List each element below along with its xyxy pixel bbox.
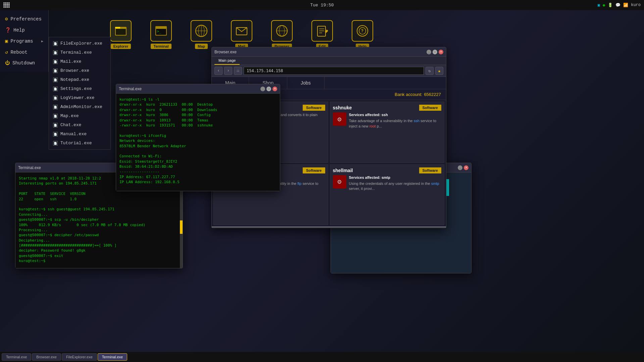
sidebar-item-help[interactable]: ❓ Help <box>0 24 48 36</box>
terminal1-maximize[interactable]: □ <box>266 87 271 91</box>
sidebar-programs-label: Programs <box>10 39 33 44</box>
browser-nav-jobs[interactable]: Jobs <box>287 77 325 89</box>
submenu-logviewer[interactable]: 📄 LogViewer.exe <box>49 93 110 102</box>
shellmail-icon: ⚙ <box>333 175 346 189</box>
reboot-icon: ↺ <box>5 49 8 55</box>
submenu-browser-label: Browser.exe <box>60 68 89 73</box>
browser-refresh-button[interactable]: ↻ <box>426 67 434 75</box>
file-icon4: 📄 <box>53 68 58 73</box>
submenu-map[interactable]: 📄 Map.exe <box>49 111 110 120</box>
svg-rect-1 <box>115 27 120 29</box>
submenu-notepad-label: Notepad.exe <box>60 77 89 82</box>
submenu-mail-label: Mail.exe <box>60 59 81 64</box>
browser-controls: _ □ ✕ <box>427 50 443 54</box>
browser-maximize[interactable]: □ <box>433 50 437 54</box>
help-icon: ❓ <box>5 27 11 33</box>
submenu-fileexplorer[interactable]: 📄 FileExplorer.exe <box>49 39 110 48</box>
submenu-tutorial[interactable]: 📄 Tutorial.exe <box>49 139 110 148</box>
decipher-buy-button[interactable]: Software <box>303 105 325 111</box>
submenu-adminmonitor-label: AdminMonitor.exe <box>60 104 102 109</box>
chat-icon: 💬 <box>615 3 621 8</box>
sidebar-shutdown-label: Shutdown <box>12 60 35 66</box>
browser-title: Browser.exe <box>214 50 237 54</box>
sshnuke-name: sshnuke <box>333 105 352 110</box>
shop-item-shellmail-header: shellmail Software <box>333 167 442 173</box>
taskbar-terminal2[interactable]: Terminal.exe <box>98 353 127 361</box>
svg-rect-2 <box>116 29 126 35</box>
file-icon5: 📄 <box>53 77 58 82</box>
fileexplorer-controls: _ ✕ <box>458 165 468 170</box>
sidebar-item-programs[interactable]: ▣ Programs ▶ <box>0 36 48 47</box>
submenu-tutorial-label: Tutorial.exe <box>60 141 92 146</box>
terminal1-close[interactable]: ✕ <box>273 87 277 91</box>
submenu-browser[interactable]: 📄 Browser.exe <box>49 66 110 75</box>
submenu-manual[interactable]: 📄 Manual.exe <box>49 130 110 139</box>
ftp-buy-button[interactable]: Software <box>303 167 325 173</box>
fileexplorer-close[interactable]: ✕ <box>464 165 468 170</box>
terminal1-controls: _ □ ✕ <box>260 87 277 91</box>
explorer-label: Explorer <box>111 44 131 49</box>
submenu-chat[interactable]: 📄 Chat.exe <box>49 120 110 130</box>
network-icon: ◉ <box>603 3 605 8</box>
sshnuke-icon: ⚙ <box>333 112 346 126</box>
browser-forward-button[interactable]: › <box>224 67 232 75</box>
browser-back-button[interactable]: ‹ <box>214 67 222 75</box>
submenu-settings-label: Settings.exe <box>60 86 92 91</box>
topbar-right: ▣ ◉ 🔋 💬 📶 kuro <box>598 3 641 8</box>
submenu-notepad[interactable]: 📄 Notepad.exe <box>49 75 110 84</box>
taskbar-browser[interactable]: Browser.exe <box>32 353 61 361</box>
sidebar-item-preferences[interactable]: ⚙ Preferences <box>0 13 48 24</box>
browser-icon-img <box>271 20 293 42</box>
shellmail-name: shellmail <box>333 168 353 173</box>
taskbar: Terminal.exe Browser.exe FileExplorer.ex… <box>0 352 644 362</box>
edit-icon-img <box>311 20 333 42</box>
sshnuke-buy-button[interactable]: Software <box>419 105 441 111</box>
submenu-settings[interactable]: 📄 Settings.exe <box>49 84 110 93</box>
sidebar: ⚙ Preferences ❓ Help ▣ Programs ▶ ↺ Rebo… <box>0 10 49 72</box>
browser-minimize[interactable]: _ <box>427 50 431 54</box>
submenu-map-label: Map.exe <box>60 113 79 118</box>
wifi-icon: 📶 <box>623 3 628 8</box>
terminal-icon-img: >_ <box>150 20 172 42</box>
programs-submenu: 📄 FileExplorer.exe 📄 Terminal.exe 📄 Mail… <box>49 37 111 150</box>
sidebar-item-shutdown[interactable]: ⏻ Shutdown <box>0 58 48 68</box>
submenu-adminmonitor[interactable]: 📄 AdminMonitor.exe <box>49 102 110 111</box>
submenu-fileexplorer-label: FileExplorer.exe <box>60 41 102 46</box>
browser-tab-main[interactable]: Main page <box>214 57 240 65</box>
terminal1-minimize[interactable]: _ <box>260 87 265 91</box>
file-icon10: 📄 <box>53 123 58 127</box>
sidebar-item-reboot[interactable]: ↺ Reboot <box>0 47 48 58</box>
terminal1-body[interactable]: kuro@test:~$ ls -l drwxr-xr-x kuro 23621… <box>116 94 280 191</box>
file-icon: 📄 <box>53 41 58 46</box>
apps-icon[interactable] <box>3 2 9 8</box>
file-icon3: 📄 <box>53 59 58 64</box>
desktop-icon-terminal[interactable]: >_ Terminal <box>141 17 181 52</box>
taskbar-fileexplorer[interactable]: FileExplorer.exe <box>62 353 97 361</box>
fileexplorer-minimize[interactable]: _ <box>458 165 462 170</box>
shop-item-sshnuke-header: sshnuke Software <box>333 105 442 111</box>
browser-home-button[interactable]: ⌂ <box>234 67 242 75</box>
browser-toolbar: ‹ › ⌂ ↻ ★ <box>212 65 446 77</box>
browser-url-input[interactable] <box>244 67 424 75</box>
topbar: Tue 19:50 ▣ ◉ 🔋 💬 📶 kuro <box>0 0 644 10</box>
browser-close[interactable]: ✕ <box>439 50 443 54</box>
svg-rect-14 <box>317 26 326 36</box>
submenu-terminal[interactable]: 📄 Terminal.exe <box>49 48 110 57</box>
shutdown-icon: ⏻ <box>5 60 10 66</box>
bank-account-label: Bank account: <box>395 92 422 97</box>
map-label: Map <box>195 44 208 49</box>
desktop: ⚙ Preferences ❓ Help ▣ Programs ▶ ↺ Rebo… <box>0 10 644 352</box>
sidebar-preferences-label: Preferences <box>10 16 41 22</box>
shop-item-shellmail: shellmail Software ⚙ Services affected: … <box>330 164 445 225</box>
taskbar-terminal1[interactable]: Terminal.exe <box>2 353 31 361</box>
browser-bookmark-button[interactable]: ★ <box>435 67 443 75</box>
shellmail-desc: Services affected: smtp Using the creden… <box>349 175 442 192</box>
submenu-mail[interactable]: 📄 Mail.exe <box>49 57 110 66</box>
programs-icon: ▣ <box>5 38 8 44</box>
file-icon6: 📄 <box>53 87 58 91</box>
help2-icon-img: ? <box>352 20 373 42</box>
shellmail-buy-button[interactable]: Software <box>419 167 441 173</box>
shop-item-sshnuke: sshnuke Software ⚙ Services affected: ss… <box>330 102 445 163</box>
terminal1-titlebar: Terminal.exe _ □ ✕ <box>116 84 280 94</box>
file-icon7: 📄 <box>53 96 58 100</box>
